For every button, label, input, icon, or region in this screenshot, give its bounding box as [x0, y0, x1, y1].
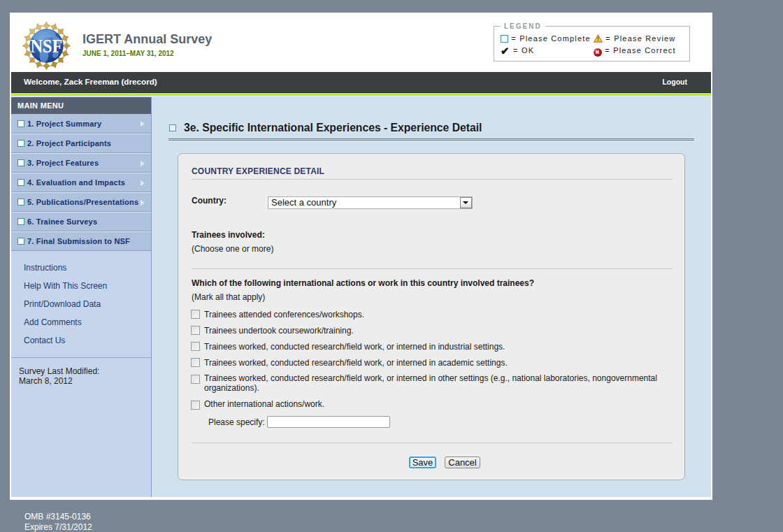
svg-text:NSF: NSF — [31, 36, 63, 57]
